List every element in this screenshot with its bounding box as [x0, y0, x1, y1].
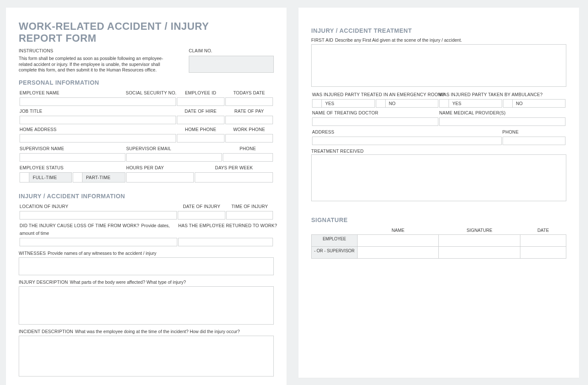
amb-no[interactable]: NO — [503, 99, 566, 108]
amb-no-text: NO — [513, 101, 565, 106]
claim-no-input[interactable] — [189, 56, 274, 73]
parttime-checkbox[interactable] — [73, 173, 82, 182]
treat-phone-input[interactable] — [503, 137, 566, 145]
title-line-1: WORK-RELATED ACCIDENT / INJURY — [19, 20, 209, 32]
instructions-label: INSTRUCTIONS — [19, 48, 176, 53]
fulltime-option[interactable]: FULL-TIME — [20, 172, 72, 183]
er-yes-checkbox[interactable] — [312, 100, 322, 107]
page-1: WORK-RELATED ACCIDENT / INJURY REPORT FO… — [6, 8, 287, 385]
doctor-label: NAME OF TREATING DOCTOR — [312, 110, 378, 115]
treat-address-input[interactable] — [312, 137, 502, 145]
form-title: WORK-RELATED ACCIDENT / INJURY REPORT FO… — [19, 20, 274, 44]
loss-time-input[interactable] — [20, 238, 177, 246]
supervisor-email-input[interactable] — [126, 153, 222, 162]
injury-time-input[interactable] — [226, 211, 273, 220]
home-address-input[interactable] — [20, 134, 176, 143]
section-injury-info: INJURY / ACCIDENT INFORMATION — [19, 193, 274, 200]
sig-employee-name[interactable] — [357, 235, 439, 247]
supervisor-name-label: SUPERVISOR NAME — [20, 146, 64, 151]
injury-date-label: DATE OF INJURY — [183, 204, 220, 209]
sig-supervisor-date[interactable] — [520, 247, 566, 259]
location-input[interactable] — [20, 211, 177, 220]
supervisor-name-input[interactable] — [20, 153, 125, 162]
employee-name-input[interactable] — [20, 97, 176, 106]
amb-yes[interactable]: YES — [439, 99, 502, 108]
parttime-option[interactable]: PART-TIME — [73, 172, 125, 183]
instructions-text: This form shall be completed as soon as … — [19, 56, 176, 73]
incident-desc-label: INCIDENT DESCRIPTION — [19, 329, 73, 334]
witnesses-hint: Provide names of any witnesses to the ac… — [48, 251, 156, 256]
home-address-label: HOME ADDRESS — [20, 127, 57, 132]
job-title-input[interactable] — [20, 116, 176, 124]
employee-name-label: EMPLOYEE NAME — [20, 90, 60, 95]
sig-employee-date[interactable] — [520, 235, 566, 247]
hours-day-label: HOURS PER DAY — [126, 165, 164, 170]
returned-label: HAS THE EMPLOYEE RETURNED TO WORK? — [178, 223, 277, 228]
title-line-2: REPORT FORM — [19, 32, 97, 44]
sig-employee-signature[interactable] — [439, 235, 520, 247]
provider-label: NAME MEDICAL PROVIDER(S) — [439, 110, 506, 115]
sig-supervisor-name[interactable] — [357, 247, 439, 259]
location-label: LOCATION OF INJURY — [20, 204, 68, 209]
injury-date-input[interactable] — [178, 211, 225, 220]
fulltime-checkbox[interactable] — [20, 173, 29, 182]
section-treatment: INJURY / ACCIDENT TREATMENT — [311, 27, 566, 34]
er-yes-text: YES — [322, 101, 375, 106]
todays-date-input[interactable] — [225, 97, 273, 106]
home-phone-input[interactable] — [177, 134, 224, 143]
supervisor-phone-input[interactable] — [223, 153, 273, 162]
addr-phone-grid: ADDRESS PHONE — [311, 127, 566, 146]
witnesses-input[interactable] — [19, 257, 274, 275]
doctor-input[interactable] — [312, 117, 438, 126]
er-no-checkbox[interactable] — [376, 100, 386, 107]
injury-desc-hint: What parts of the body were affected? Wh… — [70, 279, 186, 285]
injury-desc-label: INJURY DESCRIPTION — [19, 279, 68, 285]
provider-input[interactable] — [439, 117, 565, 126]
injury-desc-input[interactable] — [19, 286, 274, 325]
injury-time-label: TIME OF INJURY — [231, 204, 268, 209]
sig-supervisor-role: - OR - SUPERVISOR — [312, 247, 358, 259]
witnesses-label: WITNESSES — [19, 251, 46, 256]
signature-table: NAME SIGNATURE DATE EMPLOYEE - OR - SUPE… — [311, 226, 566, 259]
hours-day-input[interactable] — [126, 172, 194, 183]
date-hire-label: DATE OF HIRE — [185, 108, 216, 114]
loss-time-label: DID THE INJURY CAUSE LOSS OF TIME FROM W… — [20, 223, 139, 228]
amb-no-checkbox[interactable] — [503, 100, 513, 107]
sig-supervisor-signature[interactable] — [439, 247, 520, 259]
supervisor-phone-label: PHONE — [240, 146, 256, 151]
returned-input[interactable] — [178, 238, 273, 246]
received-input[interactable] — [311, 154, 566, 201]
amb-yes-checkbox[interactable] — [440, 100, 449, 107]
amb-label: WAS INJURED PARTY TAKEN BY AMBULANCE? — [439, 92, 543, 97]
employee-id-label: EMPLOYEE ID — [185, 90, 216, 95]
supervisor-email-label: SUPERVISOR EMAIL — [126, 146, 171, 151]
treat-phone-label: PHONE — [503, 129, 519, 134]
employee-id-input[interactable] — [177, 97, 224, 106]
section-personal: PERSONAL INFORMATION — [19, 79, 274, 86]
amb-yes-text: YES — [449, 101, 502, 106]
page-2: INJURY / ACCIDENT TREATMENT FIRST AID De… — [298, 8, 579, 378]
injury-grid-1: LOCATION OF INJURY DATE OF INJURY TIME O… — [19, 201, 274, 220]
er-no-text: NO — [386, 101, 438, 106]
received-label: TREATMENT RECEIVED — [311, 148, 566, 154]
incident-desc-hint: What was the employee doing at the time … — [75, 329, 240, 334]
er-no[interactable]: NO — [376, 99, 439, 108]
first-aid-input[interactable] — [311, 44, 566, 87]
treat-address-label: ADDRESS — [312, 129, 334, 134]
er-yes[interactable]: YES — [312, 99, 375, 108]
incident-desc-input[interactable] — [19, 336, 274, 376]
sig-name-header: NAME — [392, 228, 404, 233]
rate-pay-input[interactable] — [225, 116, 273, 124]
work-phone-label: WORK PHONE — [233, 127, 265, 132]
supervisor-grid: SUPERVISOR NAME SUPERVISOR EMAIL PHONE — [19, 143, 274, 163]
days-week-label: DAYS PER WEEK — [215, 165, 253, 170]
ssn-label: SOCIAL SECURITY NO. — [126, 90, 176, 95]
employee-status-label: EMPLOYEE STATUS — [20, 165, 64, 170]
rate-pay-label: RATE OF PAY — [234, 108, 264, 114]
home-phone-label: HOME PHONE — [185, 127, 216, 132]
first-aid-label: FIRST AID — [311, 37, 333, 43]
parttime-label: PART-TIME — [82, 173, 125, 182]
date-hire-input[interactable] — [177, 116, 224, 124]
days-week-input[interactable] — [195, 172, 273, 183]
work-phone-input[interactable] — [225, 134, 273, 143]
